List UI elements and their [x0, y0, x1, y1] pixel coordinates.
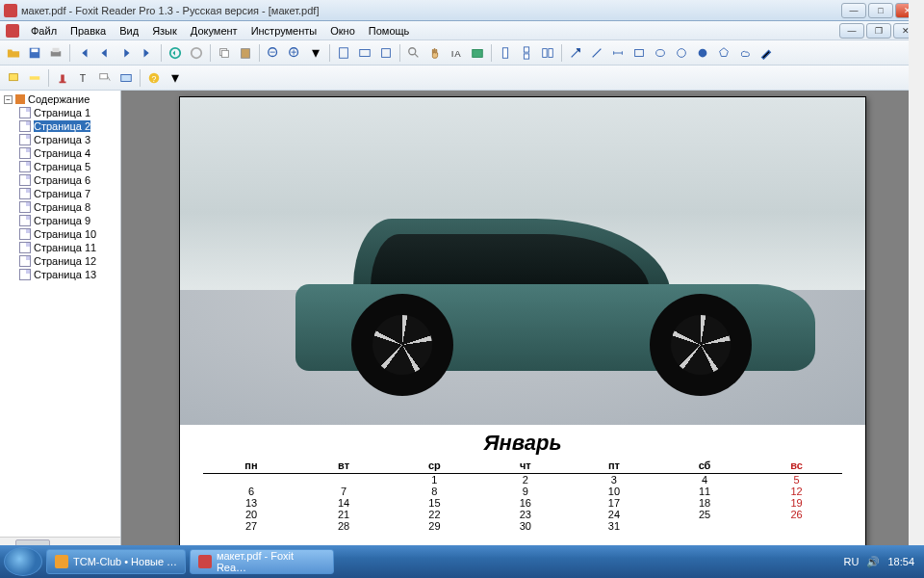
maximize-button[interactable]: □	[868, 3, 893, 18]
calendar-month: Январь	[203, 431, 842, 456]
doc-minimize-button[interactable]: —	[839, 23, 864, 39]
svg-point-14	[409, 47, 416, 54]
single-page-icon[interactable]	[496, 43, 515, 63]
stamp-icon[interactable]	[53, 68, 72, 88]
calendar-block: Январь пнвтсрчтптсбвс1234567891011121314…	[180, 425, 865, 541]
tree-item-label: Страница 5	[34, 161, 90, 172]
menu-help[interactable]: Помощь	[363, 23, 416, 39]
first-page-icon[interactable]	[74, 43, 93, 63]
svg-rect-17	[473, 49, 483, 57]
tree-item-page-11[interactable]: Страница 11	[2, 241, 118, 254]
textbox-icon[interactable]	[116, 68, 136, 88]
svg-rect-27	[10, 73, 18, 80]
collapse-icon[interactable]: −	[4, 95, 13, 104]
copy-icon[interactable]	[215, 43, 234, 63]
menu-tools[interactable]: Инструменты	[245, 23, 323, 39]
start-button[interactable]	[4, 547, 42, 576]
prev-page-icon[interactable]	[95, 43, 115, 63]
highlight-icon[interactable]	[25, 68, 44, 88]
system-tray[interactable]: RU 🔊 18:54	[838, 556, 920, 568]
page-icon	[19, 242, 31, 253]
tree-item-page-8[interactable]: Страница 8	[2, 200, 118, 214]
menu-window[interactable]: Окно	[324, 23, 361, 39]
tray-lang[interactable]: RU	[844, 556, 860, 567]
svg-rect-22	[549, 48, 552, 57]
callout-icon[interactable]	[95, 68, 115, 88]
tray-clock[interactable]: 18:54	[887, 556, 914, 567]
svg-text:A: A	[454, 47, 461, 58]
menu-lang[interactable]: Язык	[146, 23, 183, 39]
snapshot-icon[interactable]	[468, 43, 487, 63]
tree-item-page-4[interactable]: Страница 4	[2, 146, 118, 160]
tree-item-page-13[interactable]: Страница 13	[2, 268, 118, 281]
page-icon	[19, 215, 31, 226]
menu-file[interactable]: Файл	[25, 23, 63, 39]
help-icon[interactable]: ?	[144, 68, 164, 88]
zoom-drop-icon[interactable]: ▾	[306, 43, 325, 63]
cloud-icon[interactable]	[735, 43, 755, 63]
menu-logo-icon	[6, 24, 19, 38]
circle-annot-icon[interactable]	[672, 43, 691, 63]
text-select-icon[interactable]: IA	[447, 43, 466, 63]
tree-item-page-5[interactable]: Страница 5	[2, 160, 118, 173]
tree-item-page-2[interactable]: Страница 2	[2, 119, 118, 133]
note-icon[interactable]	[4, 68, 23, 88]
text-tool-icon[interactable]: T	[74, 68, 93, 88]
tree-item-page-6[interactable]: Страница 6	[2, 173, 118, 187]
polygon-icon[interactable]	[714, 43, 733, 63]
menu-edit[interactable]: Правка	[64, 23, 112, 39]
tree-item-label: Страница 9	[34, 215, 90, 226]
page-icon	[19, 120, 31, 132]
tray-volume-icon[interactable]: 🔊	[866, 556, 880, 568]
actual-size-icon[interactable]	[376, 43, 396, 63]
svg-point-25	[678, 48, 686, 57]
open-icon[interactable]	[4, 43, 23, 63]
tree-root[interactable]: − Содержание	[2, 92, 118, 106]
line-annot-icon[interactable]	[587, 43, 606, 63]
paste-icon[interactable]	[236, 43, 255, 63]
hand-icon[interactable]	[425, 43, 445, 63]
search-icon[interactable]	[404, 43, 424, 63]
tree-item-page-9[interactable]: Страница 9	[2, 214, 118, 227]
menubar: Файл Правка Вид Язык Документ Инструмент…	[0, 21, 924, 40]
tree-item-page-1[interactable]: Страница 1	[2, 106, 118, 119]
rect-annot-icon[interactable]	[629, 43, 649, 63]
forward-icon[interactable]	[187, 43, 206, 63]
help-drop-icon[interactable]: ▾	[166, 68, 185, 88]
minimize-button[interactable]: —	[841, 3, 866, 18]
pencil-annot-icon[interactable]	[757, 43, 776, 63]
zoom-in-icon[interactable]	[285, 43, 304, 63]
zoom-out-icon[interactable]	[264, 43, 283, 63]
next-page-icon[interactable]	[116, 43, 136, 63]
last-page-icon[interactable]	[138, 43, 157, 63]
circle-fill-icon[interactable]	[693, 43, 712, 63]
task-item-1[interactable]: TCM-Club • Новые …	[46, 549, 186, 574]
arrow-annot-icon[interactable]	[566, 43, 585, 63]
ellipse-annot-icon[interactable]	[651, 43, 670, 63]
sidebar: − Содержание Страница 1Страница 2Страниц…	[0, 91, 121, 552]
tree-item-page-7[interactable]: Страница 7	[2, 187, 118, 200]
car-illustration	[295, 199, 815, 402]
svg-point-24	[656, 49, 665, 56]
print-icon[interactable]	[46, 43, 65, 63]
doc-restore-button[interactable]: ❐	[866, 23, 891, 39]
page-icon	[19, 147, 31, 159]
tree-item-page-12[interactable]: Страница 12	[2, 254, 118, 268]
back-icon[interactable]	[166, 43, 185, 63]
svg-rect-31	[121, 74, 132, 81]
fit-width-icon[interactable]	[355, 43, 374, 63]
tree-item-label: Страница 1	[34, 107, 90, 118]
dimension-icon[interactable]	[608, 43, 628, 63]
continuous-icon[interactable]	[517, 43, 536, 63]
facing-icon[interactable]	[538, 43, 557, 63]
tree-item-page-10[interactable]: Страница 10	[2, 227, 118, 241]
task-item-2[interactable]: макет.pdf - Foxit Rea…	[190, 549, 334, 574]
fit-page-icon[interactable]	[334, 43, 353, 63]
menu-document[interactable]: Документ	[185, 23, 244, 39]
menu-view[interactable]: Вид	[114, 23, 144, 39]
document-viewer[interactable]: Январь пнвтсрчтптсбвс1234567891011121314…	[121, 91, 924, 552]
titlebar: макет.pdf - Foxit Reader Pro 1.3 - Русск…	[0, 0, 924, 21]
save-icon[interactable]	[25, 43, 44, 63]
tree-item-page-3[interactable]: Страница 3	[2, 133, 118, 146]
outer-vscroll[interactable]	[909, 0, 924, 578]
